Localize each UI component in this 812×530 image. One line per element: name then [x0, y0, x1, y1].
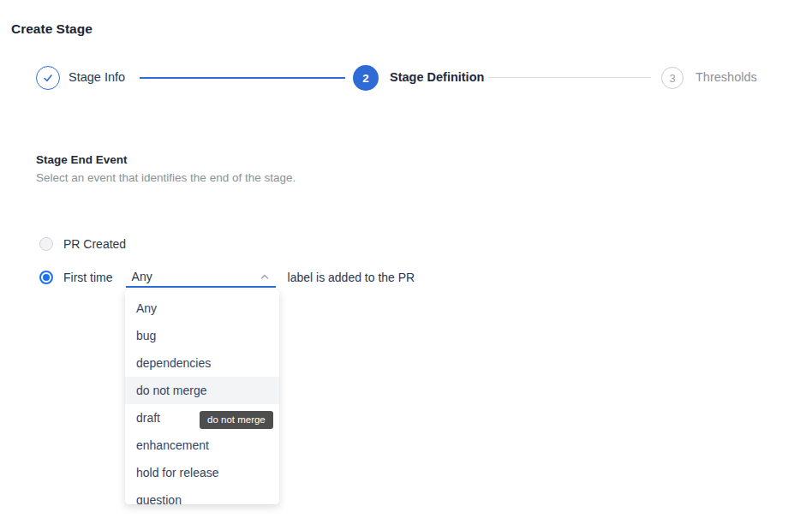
label-select-suffix: label is added to the PR — [288, 271, 415, 284]
step3-label[interactable]: Thresholds — [696, 70, 757, 84]
radio-dot — [43, 274, 50, 281]
hover-tooltip: do not merge — [200, 411, 273, 429]
dropdown-item-question[interactable]: question — [125, 486, 279, 504]
option-first-time[interactable]: First time Any label is added to the PR — [39, 266, 415, 288]
step2-number: 2 — [362, 72, 369, 85]
section-subtitle: Select an event that identifies the end … — [36, 171, 296, 184]
label-dropdown-menu: Any bug dependencies do not merge draft … — [125, 289, 279, 504]
option-pr-created-label: PR Created — [63, 237, 126, 251]
step1-label[interactable]: Stage Info — [69, 70, 125, 84]
option-first-time-label: First time — [63, 271, 113, 284]
stepper-connector-upcoming — [488, 77, 651, 78]
step3-number: 3 — [669, 72, 675, 85]
dropdown-item-dependencies[interactable]: dependencies — [125, 349, 279, 377]
section-title: Stage End Event — [36, 153, 128, 166]
radio-unselected-icon[interactable] — [39, 237, 53, 251]
dropdown-item-do-not-merge[interactable]: do not merge — [125, 377, 279, 404]
step1-completed-circle[interactable] — [36, 66, 60, 90]
chevron-up-icon — [259, 271, 271, 283]
dropdown-item-bug[interactable]: bug — [125, 322, 279, 349]
label-select-value: Any — [126, 270, 152, 283]
create-stage-page: Create Stage Stage Info 2 Stage Definiti… — [0, 0, 812, 530]
step2-label[interactable]: Stage Definition — [390, 70, 484, 84]
stepper-connector-completed — [140, 77, 345, 79]
label-select[interactable]: Any — [126, 266, 276, 288]
step2-active-circle[interactable]: 2 — [353, 65, 379, 91]
step3-upcoming-circle[interactable]: 3 — [661, 67, 684, 89]
dropdown-item-enhancement[interactable]: enhancement — [125, 432, 279, 459]
page-title: Create Stage — [11, 21, 93, 37]
radio-selected-icon[interactable] — [39, 271, 53, 284]
option-pr-created[interactable]: PR Created — [39, 237, 126, 251]
dropdown-item-any[interactable]: Any — [125, 295, 279, 322]
dropdown-item-hold-for-release[interactable]: hold for release — [125, 459, 279, 486]
check-icon — [42, 72, 54, 84]
